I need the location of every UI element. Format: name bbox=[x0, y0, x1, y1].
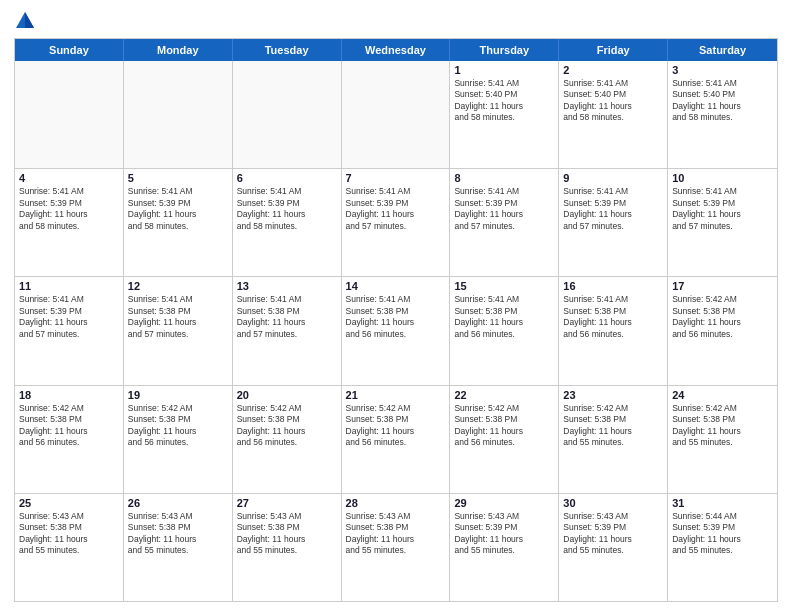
cell-daylight-info: Sunrise: 5:43 AM Sunset: 5:38 PM Dayligh… bbox=[237, 511, 337, 557]
calendar-cell-day-29: 29Sunrise: 5:43 AM Sunset: 5:39 PM Dayli… bbox=[450, 494, 559, 601]
cell-daylight-info: Sunrise: 5:42 AM Sunset: 5:38 PM Dayligh… bbox=[19, 403, 119, 449]
calendar-cell-day-17: 17Sunrise: 5:42 AM Sunset: 5:38 PM Dayli… bbox=[668, 277, 777, 384]
day-number: 8 bbox=[454, 172, 554, 184]
calendar-cell-day-9: 9Sunrise: 5:41 AM Sunset: 5:39 PM Daylig… bbox=[559, 169, 668, 276]
cell-daylight-info: Sunrise: 5:41 AM Sunset: 5:39 PM Dayligh… bbox=[237, 186, 337, 232]
cell-daylight-info: Sunrise: 5:42 AM Sunset: 5:38 PM Dayligh… bbox=[346, 403, 446, 449]
day-number: 18 bbox=[19, 389, 119, 401]
calendar-cell-day-4: 4Sunrise: 5:41 AM Sunset: 5:39 PM Daylig… bbox=[15, 169, 124, 276]
cell-daylight-info: Sunrise: 5:41 AM Sunset: 5:39 PM Dayligh… bbox=[454, 186, 554, 232]
header bbox=[14, 10, 778, 32]
day-number: 26 bbox=[128, 497, 228, 509]
cell-daylight-info: Sunrise: 5:41 AM Sunset: 5:38 PM Dayligh… bbox=[128, 294, 228, 340]
cell-daylight-info: Sunrise: 5:41 AM Sunset: 5:38 PM Dayligh… bbox=[563, 294, 663, 340]
cell-daylight-info: Sunrise: 5:41 AM Sunset: 5:39 PM Dayligh… bbox=[346, 186, 446, 232]
calendar-cell-day-21: 21Sunrise: 5:42 AM Sunset: 5:38 PM Dayli… bbox=[342, 386, 451, 493]
cell-daylight-info: Sunrise: 5:41 AM Sunset: 5:40 PM Dayligh… bbox=[563, 78, 663, 124]
day-number: 15 bbox=[454, 280, 554, 292]
weekday-header-monday: Monday bbox=[124, 39, 233, 61]
cell-daylight-info: Sunrise: 5:43 AM Sunset: 5:38 PM Dayligh… bbox=[346, 511, 446, 557]
cell-daylight-info: Sunrise: 5:43 AM Sunset: 5:39 PM Dayligh… bbox=[563, 511, 663, 557]
calendar-cell-day-22: 22Sunrise: 5:42 AM Sunset: 5:38 PM Dayli… bbox=[450, 386, 559, 493]
day-number: 6 bbox=[237, 172, 337, 184]
calendar-cell-day-8: 8Sunrise: 5:41 AM Sunset: 5:39 PM Daylig… bbox=[450, 169, 559, 276]
cell-daylight-info: Sunrise: 5:43 AM Sunset: 5:38 PM Dayligh… bbox=[128, 511, 228, 557]
calendar-cell-day-20: 20Sunrise: 5:42 AM Sunset: 5:38 PM Dayli… bbox=[233, 386, 342, 493]
calendar-cell-empty bbox=[124, 61, 233, 168]
calendar-cell-day-19: 19Sunrise: 5:42 AM Sunset: 5:38 PM Dayli… bbox=[124, 386, 233, 493]
cell-daylight-info: Sunrise: 5:41 AM Sunset: 5:38 PM Dayligh… bbox=[346, 294, 446, 340]
calendar-container: SundayMondayTuesdayWednesdayThursdayFrid… bbox=[0, 0, 792, 612]
day-number: 9 bbox=[563, 172, 663, 184]
logo-icon bbox=[14, 10, 36, 32]
cell-daylight-info: Sunrise: 5:43 AM Sunset: 5:38 PM Dayligh… bbox=[19, 511, 119, 557]
cell-daylight-info: Sunrise: 5:42 AM Sunset: 5:38 PM Dayligh… bbox=[128, 403, 228, 449]
day-number: 17 bbox=[672, 280, 773, 292]
cell-daylight-info: Sunrise: 5:41 AM Sunset: 5:40 PM Dayligh… bbox=[454, 78, 554, 124]
day-number: 21 bbox=[346, 389, 446, 401]
calendar-row-2: 11Sunrise: 5:41 AM Sunset: 5:39 PM Dayli… bbox=[15, 276, 777, 384]
calendar-cell-day-11: 11Sunrise: 5:41 AM Sunset: 5:39 PM Dayli… bbox=[15, 277, 124, 384]
calendar-row-3: 18Sunrise: 5:42 AM Sunset: 5:38 PM Dayli… bbox=[15, 385, 777, 493]
calendar-cell-day-13: 13Sunrise: 5:41 AM Sunset: 5:38 PM Dayli… bbox=[233, 277, 342, 384]
calendar-cell-day-6: 6Sunrise: 5:41 AM Sunset: 5:39 PM Daylig… bbox=[233, 169, 342, 276]
weekday-header-thursday: Thursday bbox=[450, 39, 559, 61]
weekday-header-wednesday: Wednesday bbox=[342, 39, 451, 61]
day-number: 1 bbox=[454, 64, 554, 76]
cell-daylight-info: Sunrise: 5:42 AM Sunset: 5:38 PM Dayligh… bbox=[563, 403, 663, 449]
cell-daylight-info: Sunrise: 5:41 AM Sunset: 5:39 PM Dayligh… bbox=[19, 294, 119, 340]
day-number: 28 bbox=[346, 497, 446, 509]
day-number: 20 bbox=[237, 389, 337, 401]
calendar-cell-day-5: 5Sunrise: 5:41 AM Sunset: 5:39 PM Daylig… bbox=[124, 169, 233, 276]
day-number: 7 bbox=[346, 172, 446, 184]
calendar-row-4: 25Sunrise: 5:43 AM Sunset: 5:38 PM Dayli… bbox=[15, 493, 777, 601]
cell-daylight-info: Sunrise: 5:41 AM Sunset: 5:39 PM Dayligh… bbox=[19, 186, 119, 232]
calendar-cell-day-25: 25Sunrise: 5:43 AM Sunset: 5:38 PM Dayli… bbox=[15, 494, 124, 601]
calendar-cell-day-23: 23Sunrise: 5:42 AM Sunset: 5:38 PM Dayli… bbox=[559, 386, 668, 493]
cell-daylight-info: Sunrise: 5:43 AM Sunset: 5:39 PM Dayligh… bbox=[454, 511, 554, 557]
calendar-cell-day-18: 18Sunrise: 5:42 AM Sunset: 5:38 PM Dayli… bbox=[15, 386, 124, 493]
cell-daylight-info: Sunrise: 5:41 AM Sunset: 5:38 PM Dayligh… bbox=[454, 294, 554, 340]
day-number: 12 bbox=[128, 280, 228, 292]
day-number: 3 bbox=[672, 64, 773, 76]
day-number: 5 bbox=[128, 172, 228, 184]
calendar-cell-day-28: 28Sunrise: 5:43 AM Sunset: 5:38 PM Dayli… bbox=[342, 494, 451, 601]
day-number: 4 bbox=[19, 172, 119, 184]
weekday-header-sunday: Sunday bbox=[15, 39, 124, 61]
cell-daylight-info: Sunrise: 5:41 AM Sunset: 5:38 PM Dayligh… bbox=[237, 294, 337, 340]
cell-daylight-info: Sunrise: 5:44 AM Sunset: 5:39 PM Dayligh… bbox=[672, 511, 773, 557]
calendar-body: 1Sunrise: 5:41 AM Sunset: 5:40 PM Daylig… bbox=[15, 61, 777, 601]
cell-daylight-info: Sunrise: 5:41 AM Sunset: 5:39 PM Dayligh… bbox=[128, 186, 228, 232]
calendar-cell-day-14: 14Sunrise: 5:41 AM Sunset: 5:38 PM Dayli… bbox=[342, 277, 451, 384]
cell-daylight-info: Sunrise: 5:42 AM Sunset: 5:38 PM Dayligh… bbox=[672, 403, 773, 449]
weekday-header-saturday: Saturday bbox=[668, 39, 777, 61]
day-number: 13 bbox=[237, 280, 337, 292]
calendar-row-1: 4Sunrise: 5:41 AM Sunset: 5:39 PM Daylig… bbox=[15, 168, 777, 276]
day-number: 11 bbox=[19, 280, 119, 292]
calendar-cell-day-26: 26Sunrise: 5:43 AM Sunset: 5:38 PM Dayli… bbox=[124, 494, 233, 601]
day-number: 2 bbox=[563, 64, 663, 76]
calendar-cell-day-3: 3Sunrise: 5:41 AM Sunset: 5:40 PM Daylig… bbox=[668, 61, 777, 168]
calendar-cell-day-7: 7Sunrise: 5:41 AM Sunset: 5:39 PM Daylig… bbox=[342, 169, 451, 276]
calendar-header: SundayMondayTuesdayWednesdayThursdayFrid… bbox=[15, 39, 777, 61]
calendar-cell-day-27: 27Sunrise: 5:43 AM Sunset: 5:38 PM Dayli… bbox=[233, 494, 342, 601]
cell-daylight-info: Sunrise: 5:41 AM Sunset: 5:39 PM Dayligh… bbox=[563, 186, 663, 232]
cell-daylight-info: Sunrise: 5:41 AM Sunset: 5:40 PM Dayligh… bbox=[672, 78, 773, 124]
calendar-cell-day-24: 24Sunrise: 5:42 AM Sunset: 5:38 PM Dayli… bbox=[668, 386, 777, 493]
day-number: 10 bbox=[672, 172, 773, 184]
logo bbox=[14, 10, 40, 32]
day-number: 27 bbox=[237, 497, 337, 509]
day-number: 29 bbox=[454, 497, 554, 509]
calendar-cell-day-12: 12Sunrise: 5:41 AM Sunset: 5:38 PM Dayli… bbox=[124, 277, 233, 384]
calendar-cell-day-16: 16Sunrise: 5:41 AM Sunset: 5:38 PM Dayli… bbox=[559, 277, 668, 384]
calendar-cell-day-1: 1Sunrise: 5:41 AM Sunset: 5:40 PM Daylig… bbox=[450, 61, 559, 168]
svg-marker-1 bbox=[25, 12, 34, 28]
day-number: 23 bbox=[563, 389, 663, 401]
day-number: 31 bbox=[672, 497, 773, 509]
day-number: 22 bbox=[454, 389, 554, 401]
cell-daylight-info: Sunrise: 5:42 AM Sunset: 5:38 PM Dayligh… bbox=[454, 403, 554, 449]
cell-daylight-info: Sunrise: 5:41 AM Sunset: 5:39 PM Dayligh… bbox=[672, 186, 773, 232]
day-number: 14 bbox=[346, 280, 446, 292]
calendar-row-0: 1Sunrise: 5:41 AM Sunset: 5:40 PM Daylig… bbox=[15, 61, 777, 168]
calendar-cell-day-30: 30Sunrise: 5:43 AM Sunset: 5:39 PM Dayli… bbox=[559, 494, 668, 601]
